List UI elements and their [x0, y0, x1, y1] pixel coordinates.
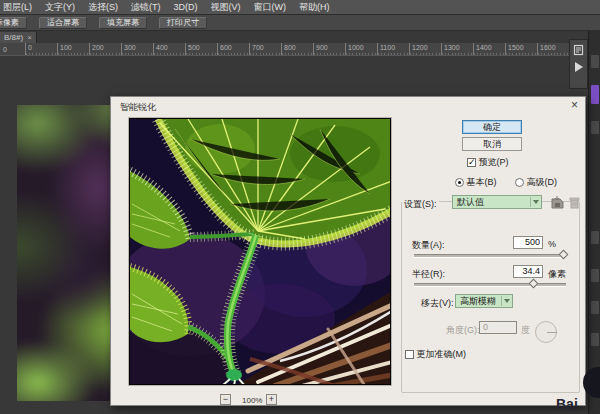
options-bar-button[interactable]: 际像素 — [0, 17, 27, 29]
mode-basic-radio[interactable] — [455, 178, 464, 187]
preview-checkbox-row: 预览(P) — [467, 156, 509, 169]
dialog-title: 智能锐化 — [120, 101, 156, 114]
chevron-down-icon — [504, 299, 510, 303]
angle-label: 角度(G): — [446, 324, 480, 337]
options-bar-button[interactable]: 适合屏幕 — [39, 17, 87, 29]
save-preset-icon[interactable] — [551, 196, 564, 209]
ruler-tick: 500 — [185, 43, 217, 56]
radius-label: 半径(R): — [412, 268, 445, 281]
dock-tile-icon[interactable] — [591, 55, 599, 68]
document-tab-row: B/8#) × — [0, 32, 600, 43]
ruler-tick: 0 — [25, 43, 57, 56]
options-bar: 际像素适合屏幕填充屏幕打印尺寸 — [0, 15, 600, 31]
menu-item[interactable]: 帮助(H) — [299, 1, 330, 14]
menu-item[interactable]: 选择(S) — [88, 1, 118, 14]
ruler-tick: 1000 — [345, 43, 377, 56]
ok-button[interactable]: 确定 — [462, 120, 522, 134]
radius-unit: 像素 — [548, 268, 566, 281]
zoom-in-button[interactable]: + — [266, 394, 277, 405]
smart-sharpen-dialog: 智能锐化 × — [110, 96, 586, 406]
options-bar-button[interactable]: 打印尺寸 — [159, 17, 207, 29]
more-accurate-checkbox[interactable] — [405, 350, 414, 359]
photoshop-window: 图层(L)文字(Y)选择(S)滤镜(T)3D(D)视图(V)窗口(W)帮助(H)… — [0, 0, 600, 414]
panel-dock-strip — [588, 31, 600, 414]
settings-preset-value: 默认值 — [457, 197, 484, 207]
ruler-tick: 1300 — [441, 43, 473, 56]
panel-dock-icons — [569, 39, 588, 89]
ruler-corner-label: 0 — [3, 46, 7, 53]
horizontal-ruler: 0 01002003004005006007008009001000110012… — [0, 43, 587, 56]
ruler-tick: 100 — [57, 43, 89, 56]
more-accurate-row: 更加准确(M) — [405, 348, 466, 361]
dock-tile-icon[interactable] — [591, 301, 599, 314]
cancel-button[interactable]: 取消 — [462, 137, 522, 151]
ruler-tick: 700 — [249, 43, 281, 56]
amount-unit: % — [548, 239, 556, 249]
zoom-level-value: 100% — [242, 396, 262, 405]
settings-label: 设置(S): — [402, 198, 439, 211]
document-tab-label: B/8#) — [4, 33, 23, 42]
menu-item[interactable]: 滤镜(T) — [131, 1, 161, 14]
ruler-tick: 300 — [121, 43, 153, 56]
tab-close-icon[interactable]: × — [27, 33, 32, 42]
options-bar-button[interactable]: 填充屏幕 — [99, 17, 147, 29]
document-tab[interactable]: B/8#) × — [0, 32, 37, 43]
radius-input[interactable]: 34.4 — [513, 265, 543, 278]
ruler-ticks: 0100200300400500600700800900100011001200… — [25, 43, 569, 56]
remove-value: 高斯模糊 — [460, 296, 496, 306]
menu-item[interactable]: 窗口(W) — [254, 1, 287, 14]
ruler-tick: 600 — [217, 43, 249, 56]
ruler-tick: 1600 — [537, 43, 569, 56]
play-action-icon[interactable] — [575, 62, 583, 72]
dock-tile-icon[interactable] — [591, 269, 599, 282]
mode-basic-row: 基本(B) — [455, 176, 497, 189]
amount-slider[interactable] — [414, 254, 566, 258]
angle-dial — [535, 321, 557, 343]
more-accurate-label: 更加准确(M) — [417, 349, 467, 359]
zoom-out-button[interactable]: − — [220, 394, 231, 405]
dropdown-separator — [501, 296, 502, 306]
dialog-close-icon[interactable]: × — [571, 99, 578, 111]
mode-advanced-radio[interactable] — [515, 178, 524, 187]
history-brush-icon[interactable] — [573, 44, 585, 56]
angle-unit: 度 — [521, 324, 530, 337]
menu-item[interactable]: 图层(L) — [3, 1, 32, 14]
ruler-tick: 1200 — [409, 43, 441, 56]
ruler-tick: 200 — [89, 43, 121, 56]
menu-item[interactable]: 视图(V) — [211, 1, 241, 14]
dock-tile-icon[interactable] — [591, 231, 599, 244]
watermark-text: Bai — [556, 396, 578, 412]
preview-checkbox-label: 预览(P) — [479, 157, 509, 167]
sharpened-seedling-image — [130, 119, 391, 385]
dropdown-separator — [530, 197, 531, 207]
menu-item[interactable]: 文字(Y) — [45, 1, 75, 14]
chevron-down-icon — [533, 200, 539, 204]
dock-tile-icon[interactable] — [591, 121, 599, 134]
settings-preset-dropdown[interactable]: 默认值 — [452, 195, 542, 209]
mode-advanced-label: 高级(D) — [527, 177, 558, 187]
menu-item[interactable]: 3D(D) — [174, 2, 198, 12]
amount-label: 数量(A): — [412, 239, 445, 252]
mode-advanced-row: 高级(D) — [515, 176, 557, 189]
ruler-tick: 800 — [281, 43, 313, 56]
ruler-tick: 1500 — [505, 43, 537, 56]
remove-dropdown[interactable]: 高斯模糊 — [455, 294, 513, 308]
delete-preset-icon[interactable] — [568, 196, 581, 209]
angle-input: 0 — [479, 321, 517, 334]
preview-checkbox[interactable] — [467, 158, 476, 167]
radius-slider[interactable] — [414, 283, 566, 287]
dock-tile-icon[interactable] — [591, 333, 599, 346]
ruler-tick: 1400 — [473, 43, 505, 56]
dock-tile-active-icon[interactable] — [591, 85, 599, 104]
mode-basic-label: 基本(B) — [467, 177, 497, 187]
ruler-tick: 900 — [313, 43, 345, 56]
preview-image[interactable] — [129, 118, 391, 385]
ruler-tick: 400 — [153, 43, 185, 56]
remove-label: 移去(V): — [421, 297, 454, 310]
ruler-tick: 1100 — [377, 43, 409, 56]
amount-input[interactable]: 500 — [513, 236, 543, 249]
menu-bar: 图层(L)文字(Y)选择(S)滤镜(T)3D(D)视图(V)窗口(W)帮助(H) — [0, 0, 600, 15]
